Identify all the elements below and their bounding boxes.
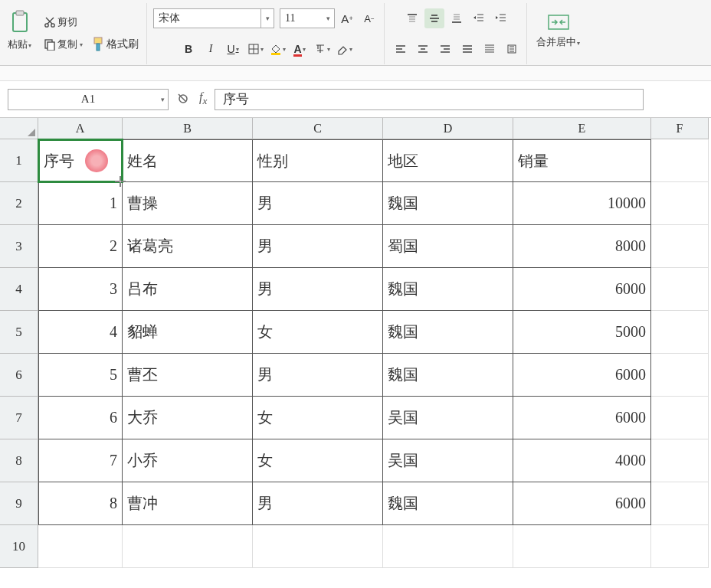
cell-A6[interactable]: 5 [38,354,123,397]
cell-B10[interactable] [123,525,253,568]
cell-B4[interactable]: 吕布 [123,268,253,311]
underline-button[interactable]: U▾ [223,39,243,59]
cell-B9[interactable]: 曹冲 [123,482,253,525]
bold-button[interactable]: B [179,39,198,59]
cell-F3[interactable] [651,225,709,268]
cell-E1[interactable]: 销量 [513,139,651,182]
cell-B3[interactable]: 诸葛亮 [123,225,253,268]
cell-A1[interactable]: 序号 [38,139,123,182]
align-left-button[interactable] [391,39,411,59]
cell-E8[interactable]: 4000 [513,439,651,482]
justify-button[interactable] [457,39,477,59]
select-all-corner[interactable] [0,118,38,139]
name-box[interactable]: A1 ▾ [8,89,169,110]
cell-E6[interactable]: 6000 [513,354,651,397]
align-right-button[interactable] [435,39,455,59]
cell-B5[interactable]: 貂蝉 [123,311,253,354]
distribute-button[interactable] [480,39,500,59]
row-header-10[interactable]: 10 [0,525,38,568]
italic-button[interactable]: I [201,39,221,59]
cell-B1[interactable]: 姓名 [123,139,253,182]
cut-button[interactable]: 剪切 [41,13,80,31]
col-header-F[interactable]: F [651,118,709,139]
cell-B6[interactable]: 曹丕 [123,354,253,397]
row-header-5[interactable]: 5 [0,311,38,354]
orientation-button[interactable] [502,39,522,59]
font-color-button[interactable]: A▾ [290,39,310,59]
fill-color-button[interactable]: ▾ [267,39,287,59]
font-name-select[interactable]: 宋体 ▾ [153,8,274,28]
cell-A10[interactable] [38,525,123,568]
row-header-9[interactable]: 9 [0,482,38,525]
cell-F4[interactable] [651,268,709,311]
cell-F1[interactable] [651,139,709,182]
cell-D10[interactable] [383,525,513,568]
fx-icon[interactable]: fx [199,90,207,107]
col-header-A[interactable]: A [38,118,123,139]
col-header-C[interactable]: C [253,118,383,139]
cell-F2[interactable] [651,182,709,225]
cell-D6[interactable]: 魏国 [383,354,513,397]
cell-F5[interactable] [651,311,709,354]
row-header-6[interactable]: 6 [0,354,38,397]
font-size-select[interactable]: 11 ▾ [280,8,335,28]
eraser-button[interactable]: ▾ [334,39,354,59]
cell-A3[interactable]: 2 [38,225,123,268]
merge-center-button[interactable]: 合并居中▾ [533,3,583,58]
cell-D3[interactable]: 蜀国 [383,225,513,268]
cell-C4[interactable]: 男 [253,268,383,311]
cell-A9[interactable]: 8 [38,482,123,525]
row-header-2[interactable]: 2 [0,182,38,225]
cell-D1[interactable]: 地区 [383,139,513,182]
cell-E10[interactable] [513,525,651,568]
row-header-7[interactable]: 7 [0,397,38,439]
cell-E2[interactable]: 10000 [513,182,651,225]
paste-button[interactable]: 粘贴▾ [5,3,34,58]
cell-D7[interactable]: 吴国 [383,397,513,439]
row-header-1[interactable]: 1 [0,139,38,182]
col-header-E[interactable]: E [513,118,651,139]
cell-A8[interactable]: 7 [38,439,123,482]
increase-font-button[interactable]: A+ [337,8,357,28]
cell-B2[interactable]: 曹操 [123,182,253,225]
cell-C9[interactable]: 男 [253,482,383,525]
decrease-indent-button[interactable] [469,8,489,28]
cell-C1[interactable]: 性别 [253,139,383,182]
cell-C5[interactable]: 女 [253,311,383,354]
cell-F9[interactable] [651,482,709,525]
row-header-4[interactable]: 4 [0,268,38,311]
cell-D2[interactable]: 魏国 [383,182,513,225]
cell-F8[interactable] [651,439,709,482]
increase-indent-button[interactable] [491,8,511,28]
cell-A4[interactable]: 3 [38,268,123,311]
cell-C2[interactable]: 男 [253,182,383,225]
align-bottom-button[interactable] [447,8,467,28]
cell-C3[interactable]: 男 [253,225,383,268]
cell-D8[interactable]: 吴国 [383,439,513,482]
search-icon[interactable] [176,92,192,107]
cell-B7[interactable]: 大乔 [123,397,253,439]
cell-A5[interactable]: 4 [38,311,123,354]
cell-E7[interactable]: 6000 [513,397,651,439]
align-center-button[interactable] [413,39,433,59]
spreadsheet-grid[interactable]: A B C D E F 1 序号 姓名 性别 地区 销量 2 1 曹操 男 魏国… [0,118,711,568]
row-header-8[interactable]: 8 [0,439,38,482]
cell-D5[interactable]: 魏国 [383,311,513,354]
cell-F7[interactable] [651,397,709,439]
cell-B8[interactable]: 小乔 [123,439,253,482]
cell-E3[interactable]: 8000 [513,225,651,268]
phonetic-guide-button[interactable]: ▾ [312,39,332,59]
cell-F10[interactable] [651,525,709,568]
align-middle-button[interactable] [424,8,444,28]
row-header-3[interactable]: 3 [0,225,38,268]
copy-button[interactable]: 复制▾ [41,35,86,54]
cell-C10[interactable] [253,525,383,568]
col-header-B[interactable]: B [123,118,253,139]
borders-button[interactable]: ▾ [245,39,265,59]
formula-input[interactable]: 序号 [215,89,644,110]
format-painter-button[interactable]: 格式刷 [88,34,142,54]
cell-C7[interactable]: 女 [253,397,383,439]
cell-A2[interactable]: 1 [38,182,123,225]
cell-A7[interactable]: 6 [38,397,123,439]
decrease-font-button[interactable]: A− [359,8,379,28]
